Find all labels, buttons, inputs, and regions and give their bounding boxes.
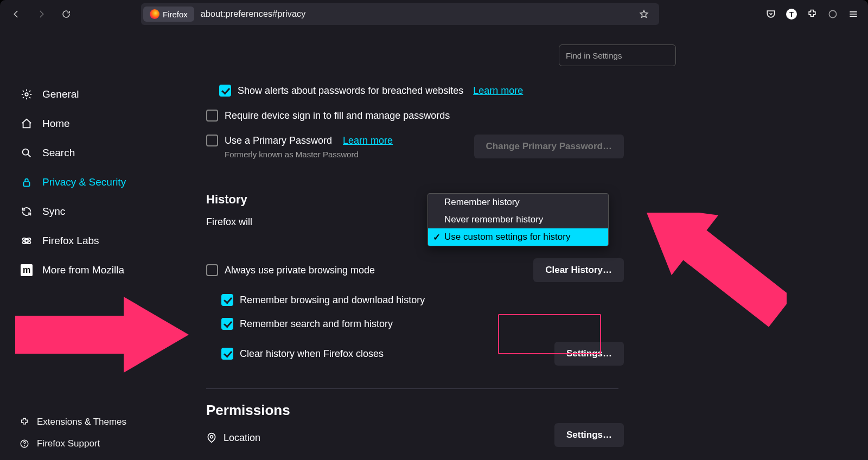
sidebar-sub-label: Firefox Support xyxy=(37,438,100,449)
breach-alerts-checkbox[interactable] xyxy=(219,85,231,97)
sync-icon xyxy=(20,205,34,219)
svg-point-9 xyxy=(210,436,213,438)
sidebar-item-sync[interactable]: Sync xyxy=(10,197,173,226)
svg-rect-3 xyxy=(24,182,30,186)
sidebar-item-label: Sync xyxy=(42,206,65,218)
location-settings-button[interactable]: Settings… xyxy=(554,423,624,447)
bookmark-star-icon[interactable] xyxy=(634,4,654,24)
browser-toolbar: Firefox about:preferences#privacy T xyxy=(0,0,868,28)
sidebar-item-label: Home xyxy=(42,118,70,130)
account-icon[interactable]: T xyxy=(786,8,797,20)
breach-alerts-label: Show alerts about passwords for breached… xyxy=(238,85,463,97)
back-button[interactable] xyxy=(7,4,26,24)
sidebar-item-label: Firefox Labs xyxy=(42,235,99,247)
section-divider xyxy=(206,388,618,389)
change-primary-password-button[interactable]: Change Primary Password… xyxy=(474,135,624,158)
forward-button[interactable] xyxy=(31,4,51,24)
sidebar-item-label: General xyxy=(42,88,79,100)
remember-search-label: Remember search and form history xyxy=(240,318,393,330)
svg-marker-11 xyxy=(620,213,787,332)
history-settings-button[interactable]: Settings… xyxy=(554,342,624,366)
settings-sidebar: General Home Search Privacy & Security S… xyxy=(0,28,173,460)
remember-search-checkbox[interactable] xyxy=(221,318,233,330)
url-text: about:preferences#privacy xyxy=(201,9,306,19)
gear-icon xyxy=(20,87,34,101)
sidebar-item-mozilla[interactable]: m More from Mozilla xyxy=(10,255,173,285)
identity-badge[interactable]: Firefox xyxy=(143,7,194,22)
svg-point-8 xyxy=(24,445,25,446)
primary-pw-learn-more-link[interactable]: Learn more xyxy=(343,135,393,146)
svg-point-4 xyxy=(25,239,28,242)
always-private-label: Always use private browsing mode xyxy=(225,265,375,276)
sidebar-extensions-themes[interactable]: Extensions & Themes xyxy=(10,411,173,433)
search-placeholder: Find in Settings xyxy=(566,51,622,60)
clear-history-button[interactable]: Clear History… xyxy=(533,258,624,282)
annotation-arrow-right xyxy=(602,213,787,332)
history-option-custom[interactable]: Use custom settings for history xyxy=(428,228,608,246)
help-icon xyxy=(20,439,29,449)
sidebar-item-label: Privacy & Security xyxy=(42,176,126,188)
sidebar-item-labs[interactable]: Firefox Labs xyxy=(10,226,173,255)
clear-on-close-checkbox[interactable] xyxy=(221,348,233,360)
preferences-page: General Home Search Privacy & Security S… xyxy=(0,28,868,460)
app-menu-icon[interactable] xyxy=(847,8,859,20)
require-signin-label: Require device sign in to fill and manag… xyxy=(225,110,450,122)
svg-point-2 xyxy=(23,149,29,155)
permissions-heading: Permissions xyxy=(206,402,868,419)
svg-point-0 xyxy=(829,10,836,17)
remember-browsing-checkbox[interactable] xyxy=(221,294,233,306)
primary-password-note: Formerly known as Master Password xyxy=(225,150,393,159)
sidebar-item-home[interactable]: Home xyxy=(10,109,173,138)
identity-label: Firefox xyxy=(163,10,188,19)
mozilla-icon: m xyxy=(20,263,34,277)
firefox-icon xyxy=(150,9,159,19)
settings-search-input[interactable]: Find in Settings xyxy=(559,44,676,66)
sidebar-item-general[interactable]: General xyxy=(10,80,173,109)
location-icon xyxy=(206,432,217,443)
always-private-checkbox[interactable] xyxy=(206,264,218,276)
remember-browsing-label: Remember browsing and download history xyxy=(240,295,425,306)
history-mode-dropdown[interactable]: Remember history Never remember history … xyxy=(427,193,609,246)
clear-on-close-label: Clear history when Firefox closes xyxy=(240,348,384,360)
breach-learn-more-link[interactable]: Learn more xyxy=(473,85,523,97)
sidebar-firefox-support[interactable]: Firefox Support xyxy=(10,433,173,455)
require-signin-checkbox[interactable] xyxy=(206,110,218,122)
labs-icon xyxy=(20,234,34,248)
addon-icon[interactable] xyxy=(827,8,839,20)
home-icon xyxy=(20,117,34,131)
history-option-never[interactable]: Never remember history xyxy=(428,211,608,228)
puzzle-icon xyxy=(20,417,29,427)
primary-password-checkbox[interactable] xyxy=(206,135,218,146)
svg-point-1 xyxy=(25,93,28,96)
extensions-icon[interactable] xyxy=(806,8,818,20)
sidebar-item-label: Search xyxy=(42,147,75,159)
reload-button[interactable] xyxy=(56,4,76,24)
sidebar-item-privacy[interactable]: Privacy & Security xyxy=(10,168,173,197)
toolbar-right: T xyxy=(765,8,861,20)
pocket-icon[interactable] xyxy=(765,8,777,20)
history-option-remember[interactable]: Remember history xyxy=(428,194,608,211)
sidebar-item-label: More from Mozilla xyxy=(42,264,124,276)
sidebar-sub-label: Extensions & Themes xyxy=(37,417,126,427)
sidebar-item-search[interactable]: Search xyxy=(10,138,173,168)
primary-password-label: Use a Primary Password xyxy=(225,135,332,146)
settings-main: Find in Settings Show alerts about passw… xyxy=(173,28,868,460)
url-bar[interactable]: Firefox about:preferences#privacy xyxy=(141,3,659,25)
search-icon xyxy=(20,146,34,160)
lock-icon xyxy=(20,175,34,189)
permission-location-label: Location xyxy=(224,432,260,444)
